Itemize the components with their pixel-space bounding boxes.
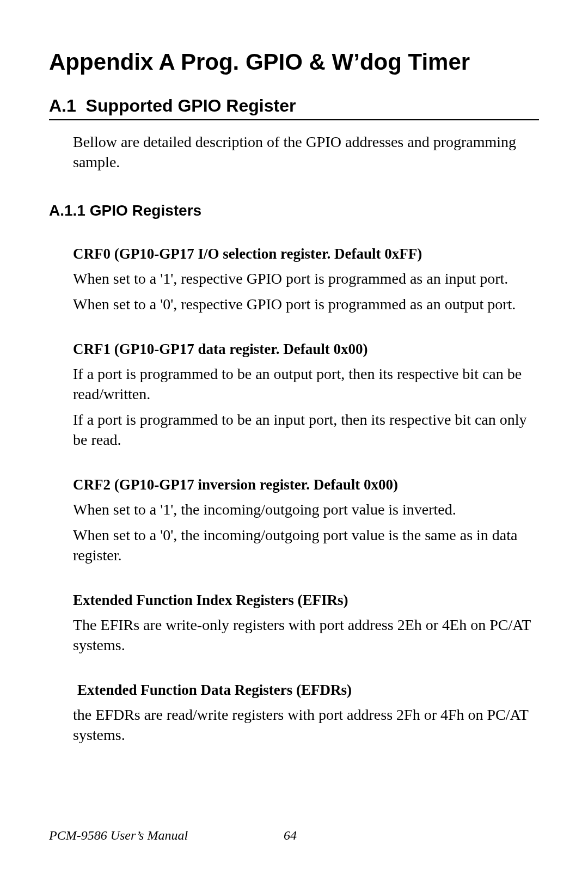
section-intro: Bellow are detailed description of the G… (73, 132, 539, 173)
subsection-title: GPIO Registers (90, 202, 201, 219)
section-title: Supported GPIO Register (86, 96, 296, 115)
register-paragraph: the EFDRs are read/write registers with … (73, 705, 539, 745)
register-title: CRF2 (GP10-GP17 inversion register. Defa… (73, 475, 539, 494)
page-number: 64 (284, 828, 297, 843)
page: Appendix A Prog. GPIO & W’dog Timer A.1 … (0, 0, 588, 881)
register-paragraph: The EFIRs are write-only registers with … (73, 615, 539, 656)
register-paragraph: If a port is programmed to be an input p… (73, 410, 539, 450)
register-efdrs: Extended Function Data Registers (EFDRs)… (73, 681, 539, 745)
register-paragraph: If a port is programmed to be an output … (73, 364, 539, 405)
manual-name: PCM-9586 User’s Manual (49, 828, 188, 842)
appendix-title: Appendix A Prog. GPIO & W’dog Timer (49, 49, 539, 75)
register-crf0: CRF0 (GP10-GP17 I/O selection register. … (73, 244, 539, 315)
register-title: Extended Function Index Registers (EFIRs… (73, 591, 539, 610)
register-crf1: CRF1 (GP10-GP17 data register. Default 0… (73, 340, 539, 450)
register-title: CRF0 (GP10-GP17 I/O selection register. … (73, 244, 539, 264)
page-footer: PCM-9586 User’s Manual 64 (49, 828, 297, 843)
register-title: CRF1 (GP10-GP17 data register. Default 0… (73, 340, 539, 359)
section-number: A.1 (49, 96, 76, 115)
register-title: Extended Function Data Registers (EFDRs) (77, 681, 539, 700)
register-efirs: Extended Function Index Registers (EFIRs… (73, 591, 539, 656)
subsection-number: A.1.1 (49, 202, 85, 219)
subsection-heading: A.1.1 GPIO Registers (49, 202, 539, 219)
register-paragraph: When set to a '0', the incoming/outgoing… (73, 525, 539, 566)
register-paragraph: When set to a '1', the incoming/outgoing… (73, 500, 539, 520)
section-heading: A.1 Supported GPIO Register (49, 96, 539, 116)
register-paragraph: When set to a '1', respective GPIO port … (73, 269, 539, 289)
section-rule (49, 119, 539, 120)
register-paragraph: When set to a '0', respective GPIO port … (73, 295, 539, 315)
register-crf2: CRF2 (GP10-GP17 inversion register. Defa… (73, 475, 539, 566)
